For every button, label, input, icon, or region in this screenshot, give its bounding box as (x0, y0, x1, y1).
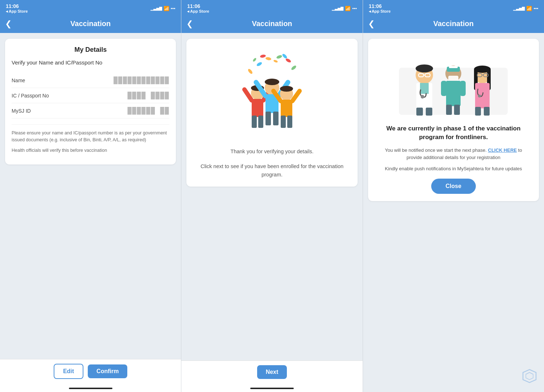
close-button[interactable]: Close (431, 179, 476, 194)
app-watermark (522, 369, 537, 385)
name-row: Name ████████████ (12, 73, 169, 88)
thank-you-line1: Thank you for verifying your details. (197, 147, 347, 156)
wifi-icon-2: 📶 (345, 6, 351, 11)
app-store-label-3: App Store (372, 9, 391, 13)
status-bar-2: 11:06 ◂ App Store ▁▃▅▇ 📶 ▪▪▪ (181, 0, 362, 16)
svg-point-0 (256, 62, 263, 67)
status-icons-3: ▁▃▅▇ 📶 ▪▪▪ (513, 6, 538, 11)
verify-subtitle: Verify your Name and IC/Passport No (12, 59, 169, 66)
back-button-1[interactable]: ❮ (5, 19, 12, 29)
panel-thank-you: 11:06 ◂ App Store ▁▃▅▇ 📶 ▪▪▪ ❮ Vaccinati… (181, 0, 363, 392)
svg-point-39 (421, 95, 424, 99)
name-label: Name (12, 78, 25, 83)
arrow-icon-1: ◂ (6, 9, 8, 14)
svg-rect-15 (252, 116, 257, 128)
my-details-card: My Details Verify your Name and IC/Passp… (5, 39, 176, 164)
svg-rect-45 (448, 76, 458, 82)
svg-rect-61 (484, 107, 490, 116)
confirm-button[interactable]: Confirm (88, 364, 127, 378)
celebration-svg (228, 53, 316, 137)
svg-rect-38 (420, 83, 429, 94)
ic-value: ████ ████ (128, 92, 170, 99)
arrow-icon-2: ◂ (187, 9, 189, 14)
mysj-label: MySJ ID (12, 108, 31, 114)
svg-rect-40 (416, 108, 423, 116)
phase-text-1: You will be notified once we start the n… (375, 147, 532, 162)
next-button[interactable]: Next (257, 365, 287, 379)
svg-point-4 (247, 68, 253, 74)
battery-icon-1: ▪▪▪ (171, 6, 176, 11)
app-store-label-1: App Store (9, 9, 28, 13)
svg-rect-23 (273, 112, 279, 125)
battery-icon-2: ▪▪▪ (352, 6, 357, 11)
content-area-3: We are currently in phase 1 of the vacci… (363, 33, 544, 392)
nav-title-3: Vaccination (433, 20, 474, 28)
svg-point-9 (252, 57, 257, 62)
svg-point-25 (280, 86, 293, 92)
svg-line-13 (244, 89, 252, 100)
bottom-bar-2: Next (181, 360, 362, 386)
svg-rect-60 (475, 107, 481, 116)
mysj-value: ██████ ██ (128, 107, 170, 114)
edit-button[interactable]: Edit (54, 364, 83, 379)
card-title: My Details (12, 46, 169, 54)
svg-rect-47 (441, 81, 447, 96)
phase-card: We are currently in phase 1 of the vacci… (368, 39, 539, 201)
svg-rect-41 (426, 108, 432, 116)
svg-rect-22 (265, 112, 271, 125)
svg-point-18 (265, 79, 279, 85)
home-indicator-2 (250, 388, 294, 389)
wifi-icon-3: 📶 (526, 6, 532, 11)
click-here-link[interactable]: CLICK HERE (488, 147, 517, 153)
svg-point-1 (265, 57, 271, 61)
svg-point-3 (285, 58, 292, 63)
back-button-3[interactable]: ❮ (368, 19, 375, 29)
bottom-bar-1: Edit Confirm (0, 359, 181, 386)
content-area-1: My Details Verify your Name and IC/Passp… (0, 33, 181, 359)
thank-you-text: Thank you for verifying your details. Cl… (193, 147, 351, 179)
svg-point-8 (273, 59, 278, 63)
doctors-svg (395, 46, 511, 118)
svg-point-33 (416, 64, 433, 72)
svg-line-64 (526, 372, 529, 374)
nav-title-2: Vaccination (252, 20, 292, 28)
mysj-row: MySJ ID ██████ ██ (12, 103, 169, 118)
panel-phase-info: 11:06 ◂ App Store ▁▃▅▇ 📶 ▪▪▪ ❮ Vaccinati… (363, 0, 544, 392)
status-bar-3: 11:06 ◂ App Store ▁▃▅▇ 📶 ▪▪▪ (363, 0, 544, 16)
nav-title-1: Vaccination (70, 20, 111, 28)
time-2: 11:06 (187, 3, 209, 9)
app-store-label-2: App Store (190, 9, 209, 13)
thank-you-line2: Click next to see if you have been enrol… (197, 162, 347, 179)
svg-rect-29 (281, 116, 286, 128)
time-3: 11:06 (369, 3, 391, 9)
doctors-illustration (375, 46, 532, 118)
svg-rect-48 (460, 81, 466, 96)
nav-bar-2: ❮ Vaccination (181, 16, 362, 33)
ic-label: IC / Passport No (12, 93, 49, 99)
signal-icon-1: ▁▃▅▇ (151, 7, 162, 11)
thank-you-card: Thank you for verifying your details. Cl… (186, 39, 357, 187)
svg-rect-16 (258, 116, 263, 128)
status-icons-2: ▁▃▅▇ 📶 ▪▪▪ (332, 6, 357, 11)
name-value: ████████████ (114, 76, 169, 84)
svg-rect-49 (446, 105, 452, 115)
disclaimer-2: Health officials will verify this before… (12, 147, 169, 154)
panel-my-details: 11:06 ◂ App Store ▁▃▅▇ 📶 ▪▪▪ ❮ Vaccinati… (0, 0, 181, 392)
content-area-2: Thank you for verifying your details. Cl… (181, 33, 362, 360)
nav-bar-3: ❮ Vaccination (363, 16, 544, 33)
phase-text-2: Kindly enable push notifications in MySe… (375, 165, 532, 173)
phase-title: We are currently in phase 1 of the vacci… (375, 124, 532, 142)
celebration-illustration (193, 46, 351, 140)
svg-point-5 (260, 54, 266, 58)
svg-point-59 (478, 95, 481, 97)
disclaimer-1: Please ensure your name and IC/passport … (12, 130, 169, 143)
back-button-2[interactable]: ❮ (186, 19, 193, 29)
nav-bar-1: ❮ Vaccination (0, 16, 181, 33)
ic-row: IC / Passport No ████ ████ (12, 88, 169, 103)
status-bar-1: 11:06 ◂ App Store ▁▃▅▇ 📶 ▪▪▪ (0, 0, 181, 16)
svg-marker-62 (523, 370, 536, 383)
svg-rect-44 (449, 66, 458, 68)
battery-icon-3: ▪▪▪ (533, 6, 538, 11)
svg-point-7 (290, 65, 297, 71)
disclaimer-section: Please ensure your name and IC/passport … (12, 124, 169, 154)
